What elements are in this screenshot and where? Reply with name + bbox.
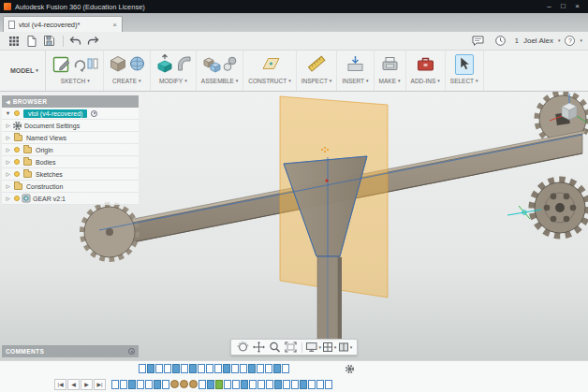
revolve-sketch-icon[interactable] [73, 55, 85, 74]
go-to-end-button[interactable]: ▶| [94, 379, 106, 390]
timeline-feature-sketch[interactable] [198, 380, 206, 389]
play-button[interactable]: ▶ [81, 379, 93, 390]
new-component-icon[interactable] [203, 55, 221, 75]
3d-print-icon[interactable] [381, 55, 399, 74]
browser-root-label[interactable]: vtol (v4-recovered) [23, 109, 87, 118]
zoom-icon[interactable] [267, 341, 283, 354]
display-settings-icon[interactable]: ▾ [305, 341, 321, 354]
create-box-icon[interactable] [109, 54, 127, 75]
press-pull-icon[interactable] [155, 54, 174, 75]
orbit-icon[interactable] [235, 341, 251, 354]
browser-item-construction[interactable]: ▷ Construction [2, 181, 139, 193]
user-account-menu[interactable]: Joel Alex [523, 36, 553, 45]
browser-item-gear-component[interactable]: ▷ GEAR v2:1 [2, 193, 139, 205]
visibility-bulb-icon[interactable] [14, 110, 20, 116]
timeline-feature-solid[interactable] [241, 380, 248, 389]
visibility-bulb-icon[interactable] [14, 147, 20, 152]
timeline-feature-sketch[interactable] [206, 364, 213, 373]
step-back-button[interactable]: ◀ [67, 379, 80, 390]
timeline-feature-sketch[interactable] [283, 380, 290, 389]
expand-caret-icon[interactable]: ▷ [4, 159, 12, 165]
viewports-icon[interactable]: ▾ [337, 341, 353, 354]
gear-right[interactable] [532, 180, 588, 236]
fillet-icon[interactable] [176, 55, 191, 74]
select-cursor-icon[interactable] [455, 54, 474, 75]
timeline-feature-sketch[interactable] [325, 380, 332, 389]
construction-plane-icon[interactable] [259, 55, 280, 74]
joint-icon[interactable] [223, 55, 237, 74]
comment-bubble-icon[interactable] [470, 34, 486, 48]
visibility-bulb-icon[interactable] [14, 196, 20, 201]
undo-icon[interactable] [67, 34, 83, 48]
minimize-button[interactable]: – [542, 0, 556, 13]
toolbar-group-label[interactable]: ADD-INS▾ [411, 78, 440, 84]
timeline-feature-sketch[interactable] [137, 380, 144, 389]
timeline-feature-solid[interactable] [223, 364, 230, 373]
timeline-feature-sketch[interactable] [282, 364, 289, 373]
maximize-button[interactable]: □ [556, 0, 570, 13]
expand-comments-icon[interactable] [128, 348, 135, 355]
tab-close-icon[interactable]: × [112, 21, 117, 29]
redo-icon[interactable] [85, 34, 101, 48]
close-button[interactable]: × [570, 0, 584, 13]
toolbar-group-label[interactable]: MODIFY▾ [159, 78, 187, 84]
timeline-settings-gear-icon[interactable] [345, 364, 355, 374]
toolbar-group-label[interactable]: SKETCH▾ [61, 78, 90, 84]
timeline-feature-sketch[interactable] [155, 364, 163, 373]
timeline-feature-gear[interactable] [180, 380, 188, 388]
timeline-feature-sketch[interactable] [291, 380, 299, 389]
create-sketch-icon[interactable] [52, 54, 71, 75]
timeline-feature-solid[interactable] [147, 364, 154, 373]
workspace-selector[interactable]: MODEL▾ [4, 51, 46, 91]
model-canvas[interactable]: ◀ BROWSER ▼ vtol (v4-recovered) ▷ Docume… [0, 92, 588, 360]
timeline-feature-solid[interactable] [300, 380, 307, 389]
file-menu-icon[interactable] [23, 34, 39, 48]
browser-item-sketches[interactable]: ▷ Sketches [2, 168, 139, 181]
data-panel-toggle-icon[interactable] [6, 34, 22, 48]
timeline-feature-sketch[interactable] [145, 380, 153, 389]
visibility-bulb-icon[interactable] [14, 159, 20, 165]
mirror-sketch-icon[interactable] [87, 55, 98, 74]
expand-caret-icon[interactable]: ▷ [4, 171, 12, 177]
timeline-feature-sketch[interactable] [214, 364, 222, 373]
timeline-feature-sketch[interactable] [120, 380, 127, 389]
notification-clock-icon[interactable] [492, 34, 508, 48]
toolbar-group-label[interactable]: CONSTRUCT▾ [248, 78, 290, 84]
sketch-point-marker[interactable] [325, 179, 328, 181]
toolbar-group-label[interactable]: SELECT▾ [450, 78, 478, 84]
browser-item-origin[interactable]: ▷ Origin [2, 144, 139, 156]
expand-caret-icon[interactable]: ▷ [4, 135, 12, 140]
toolbar-group-label[interactable]: INSERT▾ [342, 78, 368, 84]
measure-icon[interactable] [307, 55, 326, 74]
timeline-feature-sketch[interactable] [308, 380, 316, 389]
timeline-feature-solid[interactable] [128, 380, 136, 389]
go-to-start-button[interactable]: |◀ [54, 379, 66, 390]
toolbar-group-label[interactable]: MAKE▾ [379, 78, 401, 84]
timeline-feature-sketch[interactable] [316, 380, 324, 389]
timeline-feature-sketch[interactable] [224, 380, 231, 389]
pan-icon[interactable] [251, 341, 267, 354]
browser-item-bodies[interactable]: ▷ Bodies [2, 156, 139, 168]
expand-caret-icon[interactable]: ▼ [4, 110, 12, 116]
expand-caret-icon[interactable]: ▷ [4, 196, 12, 201]
toolbar-group-label[interactable]: INSPECT▾ [301, 78, 332, 84]
timeline-feature-sketch[interactable] [181, 364, 188, 373]
timeline-feature-sketch[interactable] [240, 364, 247, 373]
browser-header[interactable]: ◀ BROWSER [2, 95, 139, 108]
collapse-panel-icon[interactable]: ◀ [6, 98, 10, 105]
timeline-feature-sketch[interactable] [266, 380, 273, 389]
timeline-feature-sketch[interactable] [164, 364, 171, 373]
timeline-feature-solid[interactable] [274, 380, 282, 389]
timeline-feature-solid[interactable] [189, 364, 197, 373]
timeline-feature-solid[interactable] [172, 364, 180, 373]
timeline-feature-sketch[interactable] [231, 364, 239, 373]
insert-icon[interactable] [346, 55, 364, 74]
activate-component-icon[interactable] [91, 110, 97, 117]
timeline-feature-gear[interactable] [170, 380, 179, 388]
help-menu[interactable]: ? [565, 36, 575, 46]
fit-view-icon[interactable] [283, 341, 299, 354]
timeline-feature-sketch[interactable] [232, 380, 240, 389]
timeline-feature-green[interactable] [215, 380, 223, 389]
expand-caret-icon[interactable]: ▷ [4, 123, 12, 128]
timeline-feature-solid[interactable] [154, 380, 161, 389]
